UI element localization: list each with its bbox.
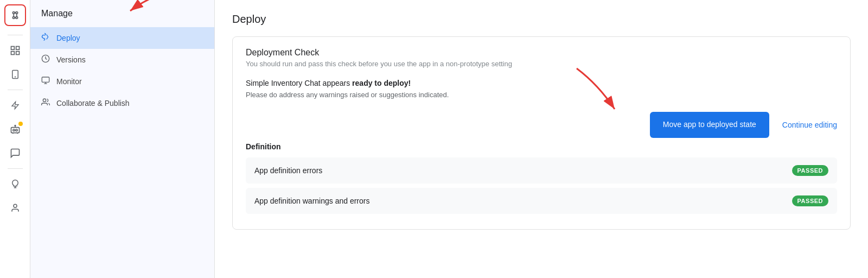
- svg-point-18: [15, 125, 16, 127]
- deploy-icon: [41, 33, 50, 43]
- monitor-icon: [41, 76, 50, 87]
- divider-2: [8, 90, 23, 90]
- divider-3: [8, 168, 23, 169]
- nav-item-deploy[interactable]: Deploy: [30, 27, 214, 49]
- svg-point-17: [15, 129, 17, 131]
- deployment-check-card: Deployment Check You should run and pass…: [232, 36, 851, 230]
- svg-point-23: [14, 204, 17, 207]
- action-row: Move app to deployed state Continue edit…: [246, 112, 837, 138]
- versions-icon: [41, 54, 50, 65]
- nav-label-versions: Versions: [56, 55, 86, 64]
- svg-rect-10: [11, 52, 14, 55]
- main-content: Deploy Deployment Check You should run a…: [215, 0, 868, 278]
- icon-sidebar: [0, 0, 30, 278]
- continue-editing-button[interactable]: Continue editing: [782, 116, 837, 134]
- divider-1: [8, 35, 23, 35]
- robot-icon-button[interactable]: [4, 118, 26, 140]
- nav-label-deploy: Deploy: [56, 34, 80, 42]
- nav-item-monitor[interactable]: Monitor: [30, 71, 214, 92]
- svg-rect-26: [42, 77, 49, 82]
- nav-panel: Manage Deploy Versions: [30, 0, 215, 278]
- ready-prefix: Simple Inventory Chat appears: [246, 79, 352, 87]
- notification-badge: [18, 122, 23, 126]
- nav-item-collaborate[interactable]: Collaborate & Publish: [30, 92, 214, 114]
- ready-text: Simple Inventory Chat appears ready to d…: [246, 79, 837, 87]
- nav-label-monitor: Monitor: [56, 77, 82, 86]
- phone-icon-button[interactable]: [4, 64, 26, 85]
- grid-icon-button[interactable]: [4, 40, 26, 61]
- nav-label-collaborate: Collaborate & Publish: [56, 99, 130, 108]
- nav-item-versions[interactable]: Versions: [30, 49, 214, 71]
- person-icon-button[interactable]: [4, 197, 26, 219]
- check-label-2: App definition warnings and errors: [254, 197, 369, 205]
- check-row-2: App definition warnings and errors PASSE…: [246, 188, 837, 214]
- page-title: Deploy: [232, 13, 851, 26]
- svg-point-16: [12, 129, 14, 131]
- card-title: Deployment Check: [246, 48, 837, 58]
- bulb-icon-button[interactable]: [4, 173, 26, 195]
- nav-panel-title: Manage: [30, 9, 214, 27]
- svg-marker-14: [12, 102, 18, 109]
- collaborate-icon: [41, 98, 50, 109]
- manage-icon-button[interactable]: [4, 4, 26, 26]
- check-row-1: App definition errors PASSED: [246, 157, 837, 184]
- svg-rect-9: [16, 47, 19, 50]
- warning-text: Please do address any warnings raised or…: [246, 91, 837, 99]
- svg-rect-8: [11, 47, 14, 50]
- bolt-icon-button[interactable]: [4, 94, 26, 116]
- svg-rect-11: [16, 52, 19, 55]
- ready-bold: ready to deploy!: [352, 79, 411, 87]
- chat-icon-button[interactable]: [4, 142, 26, 164]
- deploy-arrow-annotation: [566, 63, 631, 117]
- svg-point-29: [43, 99, 46, 102]
- deploy-button[interactable]: Move app to deployed state: [650, 112, 769, 138]
- definition-section-title: Definition: [246, 142, 837, 151]
- check-label-1: App definition errors: [254, 166, 322, 175]
- check-badge-1: PASSED: [792, 165, 828, 176]
- card-subtitle: You should run and pass this check befor…: [246, 60, 837, 68]
- check-badge-2: PASSED: [792, 195, 828, 206]
